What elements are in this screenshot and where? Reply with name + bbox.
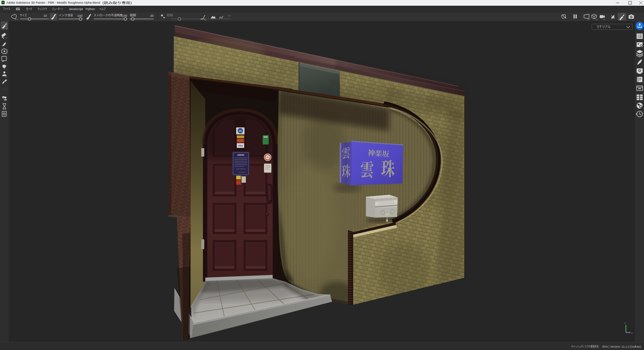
svg-text:10: 10 <box>43 14 47 17</box>
svg-text:JavaScript: JavaScript <box>69 7 83 11</box>
svg-text:100: 100 <box>122 14 127 17</box>
svg-text:UC: UC <box>238 130 242 132</box>
svg-text:20: 20 <box>150 14 154 17</box>
svg-text:Python: Python <box>86 7 95 11</box>
svg-text:X: X <box>631 332 633 334</box>
svg-text:40% | Version: 11.1.2 (Vulkan): 40% | Version: 11.1.2 (Vulkan) <box>602 345 641 348</box>
svg-text:VISA: VISA <box>238 144 243 147</box>
svg-text:Y: Y <box>624 322 626 325</box>
svg-text:8: 8 <box>228 14 230 17</box>
svg-text:100: 100 <box>77 14 83 17</box>
